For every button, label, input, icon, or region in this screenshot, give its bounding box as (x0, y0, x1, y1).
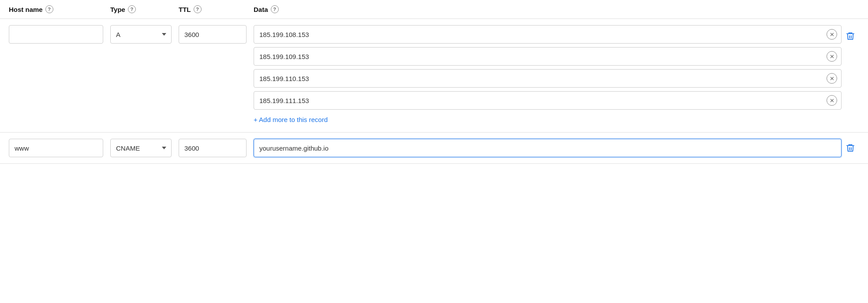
data-entry-cname-0 (254, 139, 842, 157)
ttl-input-a[interactable] (179, 25, 247, 44)
hostname-label: Host name (9, 6, 43, 13)
data-input-a-3[interactable] (254, 91, 842, 110)
hostname-header: Host name ? (9, 5, 110, 13)
data-label: Data (254, 6, 268, 13)
clear-data-a-1[interactable]: ✕ (827, 51, 837, 62)
record-row-cname: A AAAA CNAME MX TXT NS SRV CAA (0, 133, 868, 164)
clear-icon-a-2: ✕ (827, 73, 837, 84)
data-entry-2: ✕ (254, 69, 842, 88)
clear-data-a-3[interactable]: ✕ (827, 95, 837, 106)
clear-icon-a-0: ✕ (827, 29, 837, 40)
ttl-input-cname[interactable] (179, 139, 247, 157)
delete-cell-cname (842, 141, 859, 155)
hostname-input-cname[interactable] (9, 139, 103, 157)
delete-button-a[interactable] (844, 30, 857, 43)
clear-data-a-2[interactable]: ✕ (827, 73, 837, 84)
add-more-label-a: + Add more to this record (254, 116, 328, 123)
hostname-cell-a (9, 25, 110, 44)
type-label: Type (110, 6, 125, 13)
data-header: Data ? (254, 5, 859, 13)
data-cell-cname (254, 139, 842, 157)
delete-cell-a (842, 25, 859, 43)
clear-icon-a-3: ✕ (827, 95, 837, 106)
data-input-a-2[interactable] (254, 69, 842, 88)
ttl-header: TTL ? (179, 5, 254, 13)
delete-button-cname[interactable] (844, 141, 857, 155)
data-help-icon[interactable]: ? (271, 5, 279, 13)
clear-data-a-0[interactable]: ✕ (827, 29, 837, 40)
hostname-help-icon[interactable]: ? (45, 5, 53, 13)
clear-icon-a-1: ✕ (827, 51, 837, 62)
table-header: Host name ? Type ? TTL ? Data ? (0, 0, 868, 19)
data-cell-a: ✕ ✕ ✕ ✕ + Add more to this record (254, 25, 842, 126)
data-input-a-0[interactable] (254, 25, 842, 44)
add-more-button-a[interactable]: + Add more to this record (254, 113, 328, 126)
ttl-label: TTL (179, 6, 191, 13)
record-row-a: A AAAA CNAME MX TXT NS SRV CAA ✕ ✕ (0, 19, 868, 133)
hostname-input-a[interactable] (9, 25, 103, 44)
ttl-cell-a (179, 25, 254, 44)
data-input-cname-0[interactable] (254, 139, 842, 157)
type-select-a[interactable]: A AAAA CNAME MX TXT NS SRV CAA (110, 25, 172, 44)
trash-icon-cname (846, 143, 855, 153)
ttl-help-icon[interactable]: ? (194, 5, 202, 13)
type-select-cname[interactable]: A AAAA CNAME MX TXT NS SRV CAA (110, 139, 172, 157)
data-entry-3: ✕ (254, 91, 842, 110)
type-help-icon[interactable]: ? (128, 5, 136, 13)
type-header: Type ? (110, 5, 179, 13)
ttl-cell-cname (179, 139, 254, 157)
hostname-cell-cname (9, 139, 110, 157)
type-cell-cname: A AAAA CNAME MX TXT NS SRV CAA (110, 139, 179, 157)
data-entry-0: ✕ (254, 25, 842, 44)
type-select-wrapper-cname: A AAAA CNAME MX TXT NS SRV CAA (110, 139, 172, 157)
data-entry-1: ✕ (254, 47, 842, 66)
type-cell-a: A AAAA CNAME MX TXT NS SRV CAA (110, 25, 179, 44)
trash-icon-a (846, 31, 855, 41)
type-select-wrapper-a: A AAAA CNAME MX TXT NS SRV CAA (110, 25, 172, 44)
data-input-a-1[interactable] (254, 47, 842, 66)
